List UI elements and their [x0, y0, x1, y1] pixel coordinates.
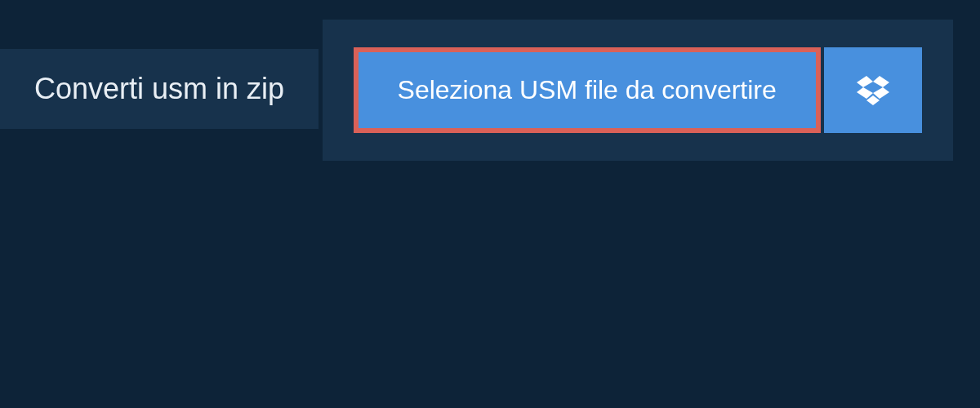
select-file-button[interactable]: Seleziona USM file da convertire: [354, 47, 821, 133]
svg-marker-0: [857, 76, 873, 87]
svg-marker-3: [873, 87, 889, 99]
dropbox-icon: [857, 74, 889, 107]
dropbox-button[interactable]: [824, 47, 922, 133]
svg-marker-1: [873, 76, 889, 87]
page-title-tab: Converti usm in zip: [0, 49, 318, 129]
select-file-label: Seleziona USM file da convertire: [398, 75, 777, 105]
svg-marker-2: [857, 87, 873, 99]
action-panel: Seleziona USM file da convertire: [323, 20, 953, 161]
button-row: Seleziona USM file da convertire: [354, 47, 922, 133]
page-title: Converti usm in zip: [34, 72, 284, 105]
